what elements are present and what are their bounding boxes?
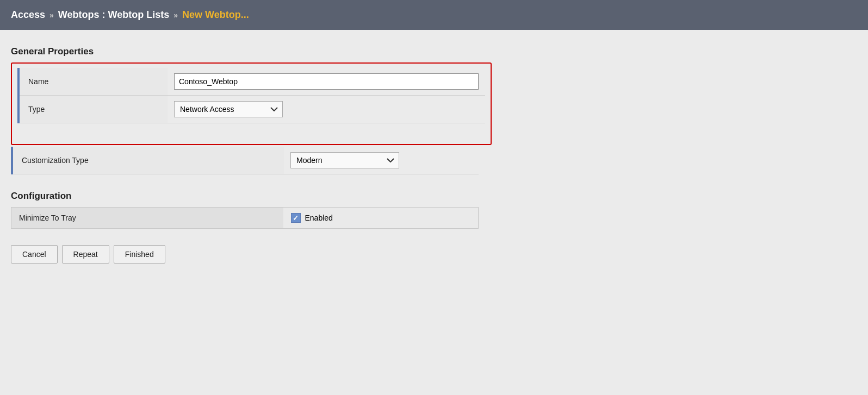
header: Access » Webtops : Webtop Lists » New We… — [0, 0, 868, 30]
customization-type-select[interactable]: Modern Standard — [290, 152, 399, 168]
button-row: Cancel Repeat Finished — [11, 245, 857, 264]
name-value-cell — [168, 68, 485, 96]
minimize-tray-row: Minimize To Tray Enabled — [11, 208, 479, 229]
general-properties-table: Name Type Network Access Full Portal Acc… — [17, 68, 485, 123]
minimize-tray-label: Minimize To Tray — [11, 208, 283, 229]
breadcrumb-sep1: » — [49, 11, 54, 20]
cancel-button[interactable]: Cancel — [11, 245, 58, 264]
name-input[interactable] — [174, 73, 479, 90]
repeat-button[interactable]: Repeat — [62, 245, 109, 264]
type-label: Type — [18, 96, 168, 123]
name-label: Name — [18, 68, 168, 96]
breadcrumb-current: New Webtop... — [182, 9, 249, 21]
breadcrumb-webtops: Webtops : Webtop Lists — [58, 9, 169, 21]
customization-table: Customization Type Modern Standard — [11, 147, 479, 174]
customization-type-label: Customization Type — [12, 147, 284, 174]
configuration-heading: Configuration — [11, 191, 857, 202]
minimize-tray-checkbox-container: Enabled — [291, 213, 471, 223]
minimize-tray-checkbox[interactable] — [291, 213, 301, 223]
breadcrumb-access: Access — [11, 9, 45, 21]
name-row: Name — [18, 68, 485, 96]
highlight-box: Name Type Network Access Full Portal Acc… — [11, 62, 492, 145]
configuration-table: Minimize To Tray Enabled — [11, 207, 479, 229]
customization-type-value-cell: Modern Standard — [284, 147, 479, 174]
finished-button[interactable]: Finished — [114, 245, 165, 264]
breadcrumb-sep2: » — [173, 11, 178, 20]
minimize-tray-enabled-label: Enabled — [305, 214, 333, 222]
minimize-tray-value-cell: Enabled — [283, 208, 479, 229]
general-properties-heading: General Properties — [11, 46, 857, 57]
type-row: Type Network Access Full Portal Access — [18, 96, 485, 123]
type-select[interactable]: Network Access Full Portal Access — [174, 101, 283, 117]
main-content: General Properties Name Type Network Acc… — [0, 30, 868, 395]
type-value-cell: Network Access Full Portal Access — [168, 96, 485, 123]
breadcrumb: Access » Webtops : Webtop Lists » New We… — [11, 9, 249, 21]
customization-row: Customization Type Modern Standard — [12, 147, 479, 174]
